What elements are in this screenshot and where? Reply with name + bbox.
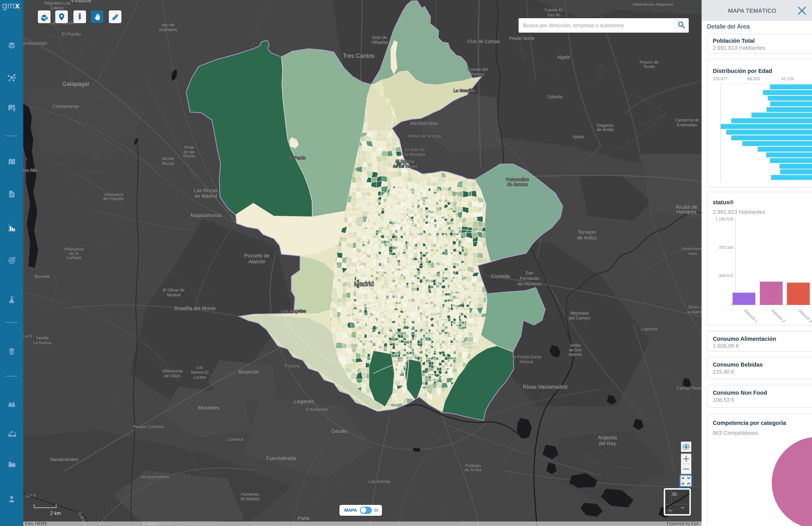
- svg-text:La N: La N: [23, 334, 32, 338]
- svg-text:Loranca: Loranca: [228, 437, 243, 442]
- svg-text:de Henares: de Henares: [518, 281, 541, 287]
- svg-text:Pinar: Pinar: [184, 145, 194, 150]
- svg-text:Mejorada: Mejorada: [570, 311, 589, 316]
- svg-text:Las: Las: [197, 365, 203, 370]
- svg-text:Cañada: Cañada: [66, 255, 81, 260]
- svg-text:Fresno de: Fresno de: [639, 60, 658, 64]
- svg-text:42.129: 42.129: [781, 76, 794, 81]
- svg-text:Alcorcón: Alcorcón: [238, 369, 259, 375]
- svg-text:La Granjilla: La Granjilla: [453, 88, 475, 93]
- svg-text:Fuente del: Fuente del: [468, 67, 488, 72]
- svg-text:Estudiantes: Estudiantes: [306, 407, 328, 412]
- svg-text:ino Alto: ino Alto: [23, 168, 38, 173]
- svg-text:status® 2: status® 2: [771, 308, 786, 324]
- svg-text:Campo Real: Campo Real: [677, 386, 701, 391]
- svg-text:El Pardo: El Pardo: [289, 156, 306, 160]
- svg-text:El Soto de: El Soto de: [405, 147, 425, 152]
- svg-text:Algete: Algete: [557, 55, 570, 60]
- svg-text:793.344: 793.344: [719, 245, 734, 250]
- svg-text:Fortuna: Fortuna: [285, 364, 300, 368]
- svg-text:Rozas: Rozas: [183, 154, 195, 159]
- svg-text:Arroyo de la Vega: Arroyo de la Vega: [408, 133, 441, 138]
- svg-text:Móstoles: Móstoles: [198, 405, 219, 411]
- svg-text:de Arriba: de Arriba: [464, 467, 481, 472]
- svg-text:de Odón: de Odón: [164, 374, 180, 378]
- svg-text:Loeches: Loeches: [641, 327, 657, 332]
- svg-text:de los Reyes: de los Reyes: [393, 164, 417, 169]
- svg-text:Arganda: Arganda: [598, 435, 617, 440]
- svg-text:Parque Coimbra: Parque Coimbra: [133, 424, 164, 429]
- svg-text:El Olivar de: El Olivar de: [163, 288, 185, 292]
- svg-text:Camarma de: Camarma de: [675, 118, 699, 122]
- svg-text:del Campo: del Campo: [569, 316, 590, 320]
- svg-text:La Nueva: La Nueva: [33, 340, 51, 345]
- svg-text:Navalquejigo: Navalquejigo: [20, 41, 47, 46]
- svg-text:Pozuelo de: Pozuelo de: [244, 253, 270, 259]
- svg-text:oyo de: oyo de: [161, 23, 175, 27]
- svg-text:de Arriba: de Arriba: [597, 127, 614, 132]
- svg-text:Mónica: Mónica: [520, 359, 533, 364]
- svg-text:del Rey: del Rey: [599, 441, 616, 446]
- svg-text:Club de Campo: Club de Campo: [467, 39, 500, 44]
- svg-text:del Pardillo: del Pardillo: [103, 196, 124, 201]
- svg-text:1.190.016: 1.190.016: [715, 217, 734, 221]
- svg-text:Villaviciosa: Villaviciosa: [162, 368, 183, 374]
- svg-text:la Alame: la Alame: [687, 310, 701, 314]
- svg-text:Mirabal: Mirabal: [167, 292, 180, 297]
- svg-text:El Encinar: El Encinar: [396, 159, 415, 164]
- svg-text:Parla: Parla: [298, 515, 309, 521]
- svg-text:Alarcón: Alarcón: [248, 259, 265, 264]
- svg-text:Altas: Altas: [688, 251, 697, 256]
- svg-text:Urbanización: Urbanización: [681, 246, 701, 251]
- svg-text:Llanos: Llanos: [51, 5, 64, 10]
- svg-text:Humanes: Humanes: [241, 492, 259, 497]
- svg-text:Velilla: Velilla: [570, 343, 581, 348]
- svg-text:Henares: Henares: [677, 209, 697, 215]
- svg-text:Madrid: Madrid: [354, 280, 374, 287]
- svg-text:de Madrid: de Madrid: [194, 193, 217, 199]
- svg-text:Viñuelas: Viñuelas: [371, 40, 388, 45]
- svg-text:Boadilla del Monte: Boadilla del Monte: [174, 306, 216, 311]
- svg-text:Galapagar: Galapagar: [62, 81, 89, 87]
- svg-text:la Moraleja: la Moraleja: [405, 152, 425, 157]
- svg-text:de Madrid: de Madrid: [241, 496, 259, 501]
- svg-text:Alcobendas: Alcobendas: [410, 120, 438, 126]
- svg-text:de Ardoz: de Ardoz: [577, 235, 597, 240]
- svg-text:status® 3: status® 3: [798, 308, 812, 324]
- svg-text:Getafe: Getafe: [331, 428, 347, 434]
- svg-text:de Jarama: de Jarama: [507, 182, 528, 187]
- svg-text:Negrales-Los: Negrales-Los: [44, 1, 71, 5]
- svg-text:Los Ángeles: Los Ángeles: [281, 308, 306, 313]
- svg-text:Saz de: Saz de: [547, 12, 560, 17]
- svg-text:Lucero: Lucero: [193, 375, 206, 379]
- svg-text:Valdeolmos-Alalpardo: Valdeolmos-Alalpardo: [633, 2, 673, 7]
- svg-text:de San: de San: [569, 348, 582, 352]
- svg-text:Las Rozas: Las Rozas: [194, 188, 218, 193]
- svg-text:nzanares: nzanares: [159, 27, 177, 32]
- svg-text:Arroyomolinos: Arroyomolinos: [141, 474, 169, 479]
- svg-text:Sevilla: Sevilla: [36, 335, 48, 340]
- svg-text:2 km: 2 km: [50, 510, 61, 516]
- svg-text:Tres Cantos: Tres Cantos: [343, 53, 375, 59]
- svg-text:ypo II: ypo II: [25, 493, 36, 498]
- svg-text:Ajalvir: Ajalvir: [572, 134, 584, 139]
- svg-text:Villanueva: Villanueva: [64, 247, 84, 251]
- svg-text:Leganés: Leganés: [294, 398, 315, 405]
- svg-text:Prado Norte: Prado Norte: [509, 36, 535, 41]
- svg-text:396.672: 396.672: [719, 273, 734, 278]
- svg-text:Monte: Monte: [162, 156, 174, 161]
- svg-text:Torres d: Torres d: [688, 305, 701, 309]
- svg-text:Majadahonda: Majadahonda: [190, 213, 222, 218]
- svg-text:86.053: 86.053: [748, 76, 760, 81]
- svg-text:San: San: [525, 270, 534, 275]
- svg-text:Las Arenas: Las Arenas: [368, 479, 390, 484]
- svg-text:Soto de: Soto de: [372, 35, 387, 40]
- svg-text:Torrejón: Torrejón: [578, 229, 596, 235]
- svg-text:Fernando: Fernando: [520, 276, 539, 281]
- svg-text:Antonio: Antonio: [568, 352, 582, 357]
- svg-text:Brunete: Brunete: [34, 274, 50, 279]
- svg-text:129.977: 129.977: [713, 76, 727, 81]
- svg-text:Rivas-Vaciamadrid: Rivas-Vaciamadrid: [523, 384, 567, 390]
- svg-text:Villalba: Villalba: [70, 0, 91, 3]
- svg-text:Coslada: Coslada: [491, 273, 510, 279]
